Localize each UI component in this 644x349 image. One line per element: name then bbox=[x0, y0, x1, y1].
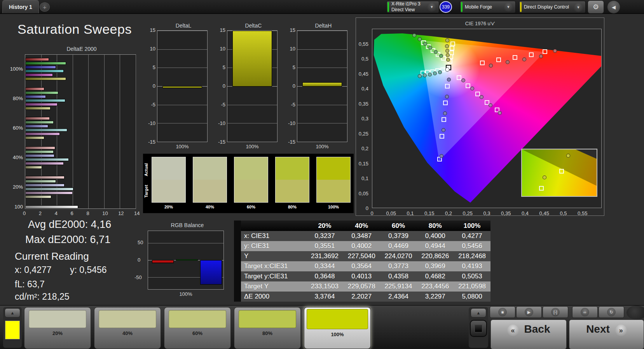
rgb-bar-green bbox=[176, 259, 198, 260]
play-button[interactable]: ▶ bbox=[516, 306, 542, 318]
pattern-window-button[interactable] bbox=[470, 320, 487, 337]
rgb-x-label: 100% bbox=[148, 291, 224, 297]
deltae-bar bbox=[25, 184, 65, 187]
swatch-actual bbox=[152, 157, 185, 180]
measured-circle-blue bbox=[445, 95, 449, 99]
table-cell: 223,4456 bbox=[417, 281, 454, 292]
measured-circle-green bbox=[434, 50, 438, 54]
rgb-balance-title: RGB Balance bbox=[134, 222, 227, 228]
measured-circle-magenta bbox=[498, 111, 502, 115]
swatch-target bbox=[276, 180, 309, 202]
swatch-actual bbox=[317, 157, 350, 180]
source-dropdown[interactable]: Mobile Forge ▼ bbox=[460, 1, 516, 13]
rgb-balance-chart: RGB Balance 100% 500-50 bbox=[134, 222, 227, 302]
table-cell: 0,4469 bbox=[380, 241, 417, 251]
deltae-group-label: 40% bbox=[13, 155, 23, 160]
target-square-blue bbox=[443, 101, 448, 105]
miniC-y-tick: 15 bbox=[220, 27, 225, 33]
measured-circle-blue bbox=[440, 154, 443, 158]
loop-button[interactable]: ∞ bbox=[572, 306, 598, 318]
miniH-y-tick: -15 bbox=[288, 139, 295, 145]
actual-row-label: Actual bbox=[144, 158, 150, 181]
deltae-bar bbox=[25, 195, 51, 198]
cie-x-tick: 0,4 bbox=[522, 210, 529, 216]
measured-circle-blue bbox=[443, 111, 447, 115]
measured-circle-red bbox=[489, 64, 493, 68]
deltae2000-plot: 100%80%60%40%20%100 bbox=[25, 54, 136, 209]
chevron-down-icon[interactable]: ▼ bbox=[574, 3, 583, 12]
patch-swatch bbox=[239, 310, 296, 328]
miniL-y-tick: -5 bbox=[151, 102, 155, 108]
deltae-x-tick: 14 bbox=[134, 210, 140, 216]
table-column-header: 60% bbox=[380, 221, 417, 231]
patch-button-20%[interactable]: 20% bbox=[24, 307, 91, 349]
refresh-button[interactable]: ↻ bbox=[599, 306, 624, 318]
deltae-bar bbox=[25, 107, 51, 110]
swatch-100% bbox=[316, 157, 351, 203]
current-pattern-swatch[interactable] bbox=[5, 321, 20, 339]
table-cell: 231,3692 bbox=[306, 251, 343, 261]
collapse-button[interactable]: ◀ bbox=[607, 0, 620, 14]
deltae-bar bbox=[25, 95, 46, 98]
table-column-header: 80% bbox=[417, 221, 454, 231]
tab-history-1[interactable]: History 1 bbox=[2, 0, 39, 13]
swatch-40% bbox=[193, 157, 227, 203]
table-cell: 225,9134 bbox=[380, 281, 417, 292]
current-fl: fL: 63,7 bbox=[15, 279, 45, 290]
stop-button[interactable]: ■ bbox=[490, 306, 515, 318]
measured-circle-cyan bbox=[423, 73, 427, 77]
back-button[interactable]: « Back bbox=[490, 319, 567, 349]
measured-circle-red bbox=[539, 54, 543, 58]
meter-status-bar bbox=[387, 2, 389, 12]
patch-button-80%[interactable]: 80% bbox=[234, 307, 301, 349]
rgb-y-tick: 50 bbox=[138, 240, 143, 245]
chevron-down-icon[interactable]: ▼ bbox=[427, 2, 436, 12]
settings-button[interactable]: ⚙ bbox=[588, 0, 604, 14]
deltae-bar bbox=[25, 191, 73, 194]
table-column-header: 20% bbox=[306, 221, 343, 231]
deltae-bar bbox=[25, 158, 69, 161]
deltaC-chart: DeltaC 100% 151050-5-10-15 bbox=[215, 23, 280, 155]
deltae-bar bbox=[25, 150, 54, 153]
chevron-down-icon[interactable]: ▼ bbox=[504, 2, 513, 12]
pattern-options-panel: ▲ bbox=[469, 307, 488, 348]
white-point-circle bbox=[445, 67, 450, 71]
scroll-up-button[interactable]: ▲ bbox=[5, 308, 20, 318]
extra-round-button[interactable] bbox=[627, 306, 644, 319]
swatch-label: 100% bbox=[316, 205, 351, 209]
deltae-bar bbox=[25, 73, 53, 76]
pattern-up-button[interactable]: ▲ bbox=[471, 308, 486, 318]
table-cell: 0,3969 bbox=[417, 261, 454, 271]
deltaH-plot bbox=[297, 30, 347, 142]
miniL-bar bbox=[162, 86, 202, 88]
deltae-bar bbox=[25, 87, 44, 90]
deltaC-x-label: 100% bbox=[227, 144, 277, 149]
deltae2000-title: DeltaE 2000 bbox=[11, 46, 138, 52]
patch-button-40%[interactable]: 40% bbox=[94, 307, 161, 349]
cie-x-tick: 0,55 bbox=[578, 210, 587, 216]
miniH-y-tick: 10 bbox=[290, 46, 295, 52]
cie-y-tick: 0,5 bbox=[361, 56, 368, 62]
measure-button[interactable]: [-] bbox=[543, 306, 568, 318]
deltae-bar bbox=[25, 132, 60, 135]
patch-button-60%[interactable]: 60% bbox=[164, 307, 231, 349]
table-row: Y231,3692227,5040224,0270220,8626218,246… bbox=[234, 251, 490, 261]
inset-measured-circle bbox=[543, 175, 546, 179]
patch-button-100%[interactable]: 100% bbox=[304, 307, 371, 349]
add-tab-button[interactable]: + bbox=[40, 2, 50, 12]
meter-dropdown[interactable]: X-Rite i1Pro 3 Direct View ▼ bbox=[386, 1, 439, 13]
workflow-dropdown[interactable]: Direct Display Control ▼ bbox=[519, 1, 586, 13]
next-button[interactable]: Next » bbox=[569, 319, 644, 349]
deltaH-chart: DeltaH 100% 151050-5-10-15 bbox=[284, 23, 350, 155]
measured-circle-yellow bbox=[445, 38, 449, 42]
swatch-actual bbox=[276, 157, 309, 180]
actual-target-swatch-panel: Actual Target 20%40%60%80%100% bbox=[143, 154, 354, 213]
cie1976-title: CIE 1976 u'v' bbox=[356, 21, 604, 26]
meter-count-badge[interactable]: 339 bbox=[440, 1, 452, 13]
cie-y-tick: 0,4 bbox=[361, 86, 368, 92]
cie-y-tick: 0,45 bbox=[359, 71, 368, 76]
table-row-label: x: CIE31 bbox=[241, 231, 306, 241]
table-cell: 3,2297 bbox=[417, 292, 454, 302]
deltae-bar bbox=[25, 136, 44, 139]
measured-circle-green bbox=[418, 37, 422, 41]
